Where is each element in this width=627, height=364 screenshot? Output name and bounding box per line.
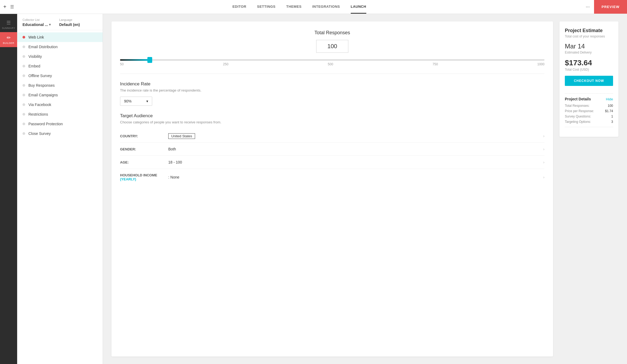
close-survey-label: Close Survey	[28, 131, 51, 136]
sidebar-item-buy-responses[interactable]: Buy Responses	[17, 81, 103, 90]
builder-label: BUILDER	[3, 42, 14, 44]
buy-responses-dot	[23, 84, 25, 87]
incidence-rate-select[interactable]: 90% ▾	[120, 97, 152, 106]
collector-list-text: Educational ...	[23, 22, 48, 27]
tab-launch[interactable]: LAUNCH	[351, 0, 366, 14]
target-row-country[interactable]: COUNTRY: United States ›	[120, 130, 544, 143]
builder-icon: ✏	[7, 35, 11, 41]
sidebar-item-visibility[interactable]: Visibility	[17, 52, 103, 61]
tab-settings[interactable]: SETTINGS	[257, 0, 275, 14]
pd-total-responses-value: 100	[608, 104, 613, 108]
add-icon[interactable]: +	[3, 4, 6, 10]
top-nav: + ☰ EDITOR SETTINGS THEMES INTEGRATIONS …	[0, 0, 627, 14]
total-cost-label: Total Cost (USD)	[565, 68, 613, 71]
visibility-dot	[23, 55, 25, 58]
web-link-label: Web Link	[28, 35, 44, 39]
main-layout: ☰ SUMMARY ✏ BUILDER Collector List Educa…	[0, 14, 627, 364]
password-protection-dot	[23, 123, 25, 125]
summary-label: SUMMARY	[2, 27, 15, 29]
pd-row-total-responses: Total Responses: 100	[565, 104, 613, 108]
main-panel: Total Responses 50 250 500 750 1000	[111, 21, 553, 357]
password-protection-label: Password Protection	[28, 122, 63, 126]
age-label: AGE:	[120, 160, 168, 164]
sidebar-item-summary[interactable]: ☰ SUMMARY	[0, 17, 17, 32]
icon-bar: ☰ SUMMARY ✏ BUILDER	[0, 14, 17, 364]
pd-targeting-options-value: 3	[611, 120, 613, 124]
target-row-household-income[interactable]: HOUSEHOLD INCOME (Yearly) : None ›	[120, 169, 544, 185]
summary-icon: ☰	[6, 20, 11, 26]
sidebar-item-web-link[interactable]: Web Link	[17, 32, 103, 42]
collector-list-col: Collector List Educational ... ▾	[23, 18, 51, 27]
slider-label-500: 500	[328, 62, 333, 66]
preview-button[interactable]: PREVIEW	[594, 0, 627, 14]
sidebar-item-restrictions[interactable]: Restrictions	[17, 109, 103, 119]
slider-label-1000: 1000	[537, 62, 544, 66]
language-value: Default (en)	[59, 22, 80, 27]
project-details-header: Project Details Hide	[565, 97, 613, 101]
project-estimate-subtitle: Total cost of your responses	[565, 35, 613, 38]
household-income-label: HOUSEHOLD INCOME (Yearly)	[120, 173, 168, 181]
slider-fill	[120, 59, 150, 61]
tab-integrations[interactable]: INTEGRATIONS	[312, 0, 340, 14]
gender-label: GENDER:	[120, 147, 168, 151]
age-value: 18 - 100	[168, 160, 543, 164]
responses-input[interactable]	[316, 40, 348, 53]
collector-list-label: Collector List	[23, 18, 51, 21]
buy-responses-label: Buy Responses	[28, 83, 55, 88]
project-details-bottom-divider	[565, 127, 613, 127]
sidebar-item-password-protection[interactable]: Password Protection	[17, 119, 103, 129]
household-income-value: : None	[168, 175, 543, 179]
sidebar-item-close-survey[interactable]: Close Survey	[17, 129, 103, 138]
incidence-rate-section: Incidence Rate The incidence rate is the…	[120, 81, 544, 106]
language-col: Language Default (en)	[59, 18, 80, 27]
sidebar-item-embed[interactable]: Embed	[17, 61, 103, 71]
pd-row-survey-questions: Survey Questions: 1	[565, 115, 613, 118]
target-row-gender[interactable]: GENDER: Both ›	[120, 143, 544, 156]
sidebar-item-email-distribution[interactable]: Email Distribution	[17, 42, 103, 52]
incidence-rate-chevron: ▾	[146, 99, 148, 103]
total-responses-title: Total Responses	[120, 30, 544, 36]
email-campaigns-dot	[23, 94, 25, 96]
country-badge: United States	[168, 133, 195, 139]
collector-list-value[interactable]: Educational ... ▾	[23, 22, 51, 27]
pd-survey-questions-label: Survey Questions:	[565, 115, 591, 118]
pd-row-targeting-options: Targeting Options: 3	[565, 120, 613, 124]
incidence-rate-desc: The incidence rate is the percentage of …	[120, 88, 544, 92]
total-cost: $173.64	[565, 59, 613, 67]
tab-editor[interactable]: EDITOR	[232, 0, 246, 14]
project-details-hide[interactable]: Hide	[606, 97, 613, 101]
sidebar-header: Collector List Educational ... ▾ Languag…	[17, 14, 103, 30]
slider-label-750: 750	[432, 62, 438, 66]
pd-total-responses-label: Total Responses:	[565, 104, 589, 108]
estimated-delivery-label: Estimated Delivery	[565, 51, 613, 54]
target-row-age[interactable]: AGE: 18 - 100 ›	[120, 156, 544, 169]
via-facebook-label: Via Facebook	[28, 103, 51, 107]
household-income-yearly: (Yearly)	[120, 177, 136, 181]
gender-chevron: ›	[543, 147, 544, 151]
slider-wrap: 50 250 500 750 1000	[120, 59, 544, 66]
language-label: Language	[59, 18, 80, 21]
right-panel: Project Estimate Total cost of your resp…	[559, 21, 618, 357]
country-chevron: ›	[543, 134, 544, 138]
sidebar-item-builder[interactable]: ✏ BUILDER	[0, 32, 17, 47]
restrictions-dot	[23, 113, 25, 116]
close-survey-dot	[23, 132, 25, 135]
sidebar-item-via-facebook[interactable]: Via Facebook	[17, 100, 103, 109]
restrictions-label: Restrictions	[28, 112, 48, 116]
nav-left: + ☰	[0, 4, 17, 10]
pd-price-per-response-value: $1.74	[605, 109, 613, 113]
menu-icon[interactable]: ☰	[10, 4, 14, 9]
divider-1	[120, 74, 544, 74]
tab-themes[interactable]: THEMES	[286, 0, 301, 14]
project-details-title: Project Details	[565, 97, 591, 101]
nav-tabs: EDITOR SETTINGS THEMES INTEGRATIONS LAUN…	[17, 0, 581, 14]
embed-label: Embed	[28, 64, 40, 68]
sidebar-item-offline-survey[interactable]: Offline Survey	[17, 71, 103, 81]
checkout-now-button[interactable]: CHECKOUT NOW	[565, 76, 613, 86]
sidebar: Collector List Educational ... ▾ Languag…	[17, 14, 103, 364]
sidebar-item-email-campaigns[interactable]: Email Campaigns	[17, 90, 103, 100]
slider-thumb[interactable]	[147, 57, 152, 63]
web-link-dot	[23, 36, 25, 39]
more-options-icon[interactable]: ···	[581, 4, 594, 10]
country-label: COUNTRY:	[120, 134, 168, 138]
